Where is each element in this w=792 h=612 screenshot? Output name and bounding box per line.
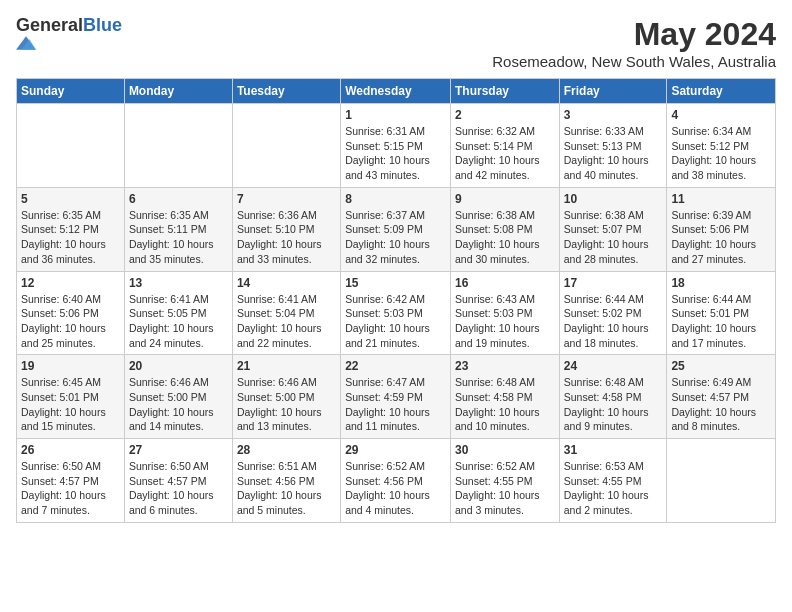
day-number: 3	[564, 108, 663, 122]
day-number: 11	[671, 192, 771, 206]
week-row-3: 12Sunrise: 6:40 AM Sunset: 5:06 PM Dayli…	[17, 271, 776, 355]
day-number: 7	[237, 192, 336, 206]
day-info: Sunrise: 6:35 AM Sunset: 5:12 PM Dayligh…	[21, 208, 120, 267]
day-number: 10	[564, 192, 663, 206]
header: GeneralBlue May 2024 Rosemeadow, New Sou…	[16, 16, 776, 70]
header-cell-monday: Monday	[124, 79, 232, 104]
day-number: 2	[455, 108, 555, 122]
day-cell	[124, 104, 232, 188]
day-number: 22	[345, 359, 446, 373]
day-number: 27	[129, 443, 228, 457]
day-number: 23	[455, 359, 555, 373]
day-info: Sunrise: 6:50 AM Sunset: 4:57 PM Dayligh…	[21, 459, 120, 518]
day-info: Sunrise: 6:47 AM Sunset: 4:59 PM Dayligh…	[345, 375, 446, 434]
logo-general: General	[16, 15, 83, 35]
day-info: Sunrise: 6:42 AM Sunset: 5:03 PM Dayligh…	[345, 292, 446, 351]
day-cell: 13Sunrise: 6:41 AM Sunset: 5:05 PM Dayli…	[124, 271, 232, 355]
day-number: 24	[564, 359, 663, 373]
day-info: Sunrise: 6:45 AM Sunset: 5:01 PM Dayligh…	[21, 375, 120, 434]
day-number: 13	[129, 276, 228, 290]
day-cell: 28Sunrise: 6:51 AM Sunset: 4:56 PM Dayli…	[232, 439, 340, 523]
day-number: 4	[671, 108, 771, 122]
header-cell-sunday: Sunday	[17, 79, 125, 104]
day-number: 25	[671, 359, 771, 373]
day-cell: 30Sunrise: 6:52 AM Sunset: 4:55 PM Dayli…	[450, 439, 559, 523]
header-cell-tuesday: Tuesday	[232, 79, 340, 104]
day-info: Sunrise: 6:32 AM Sunset: 5:14 PM Dayligh…	[455, 124, 555, 183]
day-info: Sunrise: 6:53 AM Sunset: 4:55 PM Dayligh…	[564, 459, 663, 518]
day-number: 6	[129, 192, 228, 206]
day-cell: 22Sunrise: 6:47 AM Sunset: 4:59 PM Dayli…	[341, 355, 451, 439]
day-number: 20	[129, 359, 228, 373]
header-cell-thursday: Thursday	[450, 79, 559, 104]
day-info: Sunrise: 6:43 AM Sunset: 5:03 PM Dayligh…	[455, 292, 555, 351]
day-cell: 29Sunrise: 6:52 AM Sunset: 4:56 PM Dayli…	[341, 439, 451, 523]
week-row-1: 1Sunrise: 6:31 AM Sunset: 5:15 PM Daylig…	[17, 104, 776, 188]
day-info: Sunrise: 6:41 AM Sunset: 5:05 PM Dayligh…	[129, 292, 228, 351]
day-info: Sunrise: 6:46 AM Sunset: 5:00 PM Dayligh…	[129, 375, 228, 434]
day-cell: 27Sunrise: 6:50 AM Sunset: 4:57 PM Dayli…	[124, 439, 232, 523]
day-cell: 2Sunrise: 6:32 AM Sunset: 5:14 PM Daylig…	[450, 104, 559, 188]
day-info: Sunrise: 6:38 AM Sunset: 5:07 PM Dayligh…	[564, 208, 663, 267]
day-cell: 3Sunrise: 6:33 AM Sunset: 5:13 PM Daylig…	[559, 104, 667, 188]
header-cell-wednesday: Wednesday	[341, 79, 451, 104]
day-cell: 19Sunrise: 6:45 AM Sunset: 5:01 PM Dayli…	[17, 355, 125, 439]
header-cell-saturday: Saturday	[667, 79, 776, 104]
day-number: 16	[455, 276, 555, 290]
calendar: SundayMondayTuesdayWednesdayThursdayFrid…	[16, 78, 776, 523]
day-info: Sunrise: 6:51 AM Sunset: 4:56 PM Dayligh…	[237, 459, 336, 518]
day-cell: 12Sunrise: 6:40 AM Sunset: 5:06 PM Dayli…	[17, 271, 125, 355]
location: Rosemeadow, New South Wales, Australia	[492, 53, 776, 70]
day-cell: 24Sunrise: 6:48 AM Sunset: 4:58 PM Dayli…	[559, 355, 667, 439]
day-info: Sunrise: 6:38 AM Sunset: 5:08 PM Dayligh…	[455, 208, 555, 267]
day-info: Sunrise: 6:50 AM Sunset: 4:57 PM Dayligh…	[129, 459, 228, 518]
day-cell: 15Sunrise: 6:42 AM Sunset: 5:03 PM Dayli…	[341, 271, 451, 355]
day-info: Sunrise: 6:52 AM Sunset: 4:55 PM Dayligh…	[455, 459, 555, 518]
day-number: 29	[345, 443, 446, 457]
day-cell: 31Sunrise: 6:53 AM Sunset: 4:55 PM Dayli…	[559, 439, 667, 523]
day-info: Sunrise: 6:44 AM Sunset: 5:01 PM Dayligh…	[671, 292, 771, 351]
day-cell: 11Sunrise: 6:39 AM Sunset: 5:06 PM Dayli…	[667, 187, 776, 271]
title-area: May 2024 Rosemeadow, New South Wales, Au…	[492, 16, 776, 70]
day-info: Sunrise: 6:37 AM Sunset: 5:09 PM Dayligh…	[345, 208, 446, 267]
day-number: 12	[21, 276, 120, 290]
logo-blue: Blue	[83, 15, 122, 35]
day-cell: 26Sunrise: 6:50 AM Sunset: 4:57 PM Dayli…	[17, 439, 125, 523]
week-row-4: 19Sunrise: 6:45 AM Sunset: 5:01 PM Dayli…	[17, 355, 776, 439]
logo-icon	[16, 33, 36, 53]
day-cell	[17, 104, 125, 188]
day-cell	[232, 104, 340, 188]
header-cell-friday: Friday	[559, 79, 667, 104]
day-number: 18	[671, 276, 771, 290]
day-info: Sunrise: 6:36 AM Sunset: 5:10 PM Dayligh…	[237, 208, 336, 267]
header-row: SundayMondayTuesdayWednesdayThursdayFrid…	[17, 79, 776, 104]
day-cell: 10Sunrise: 6:38 AM Sunset: 5:07 PM Dayli…	[559, 187, 667, 271]
day-cell: 17Sunrise: 6:44 AM Sunset: 5:02 PM Dayli…	[559, 271, 667, 355]
day-info: Sunrise: 6:33 AM Sunset: 5:13 PM Dayligh…	[564, 124, 663, 183]
day-cell: 1Sunrise: 6:31 AM Sunset: 5:15 PM Daylig…	[341, 104, 451, 188]
day-cell: 9Sunrise: 6:38 AM Sunset: 5:08 PM Daylig…	[450, 187, 559, 271]
day-info: Sunrise: 6:40 AM Sunset: 5:06 PM Dayligh…	[21, 292, 120, 351]
day-info: Sunrise: 6:35 AM Sunset: 5:11 PM Dayligh…	[129, 208, 228, 267]
day-number: 9	[455, 192, 555, 206]
day-cell: 21Sunrise: 6:46 AM Sunset: 5:00 PM Dayli…	[232, 355, 340, 439]
day-info: Sunrise: 6:44 AM Sunset: 5:02 PM Dayligh…	[564, 292, 663, 351]
day-cell: 20Sunrise: 6:46 AM Sunset: 5:00 PM Dayli…	[124, 355, 232, 439]
week-row-2: 5Sunrise: 6:35 AM Sunset: 5:12 PM Daylig…	[17, 187, 776, 271]
month-year: May 2024	[492, 16, 776, 53]
day-number: 8	[345, 192, 446, 206]
day-cell: 7Sunrise: 6:36 AM Sunset: 5:10 PM Daylig…	[232, 187, 340, 271]
day-info: Sunrise: 6:34 AM Sunset: 5:12 PM Dayligh…	[671, 124, 771, 183]
day-info: Sunrise: 6:31 AM Sunset: 5:15 PM Dayligh…	[345, 124, 446, 183]
day-number: 5	[21, 192, 120, 206]
day-cell: 8Sunrise: 6:37 AM Sunset: 5:09 PM Daylig…	[341, 187, 451, 271]
day-cell: 4Sunrise: 6:34 AM Sunset: 5:12 PM Daylig…	[667, 104, 776, 188]
day-number: 14	[237, 276, 336, 290]
day-number: 1	[345, 108, 446, 122]
day-number: 21	[237, 359, 336, 373]
logo: GeneralBlue	[16, 16, 122, 53]
day-cell: 14Sunrise: 6:41 AM Sunset: 5:04 PM Dayli…	[232, 271, 340, 355]
day-info: Sunrise: 6:48 AM Sunset: 4:58 PM Dayligh…	[564, 375, 663, 434]
day-info: Sunrise: 6:52 AM Sunset: 4:56 PM Dayligh…	[345, 459, 446, 518]
day-number: 26	[21, 443, 120, 457]
